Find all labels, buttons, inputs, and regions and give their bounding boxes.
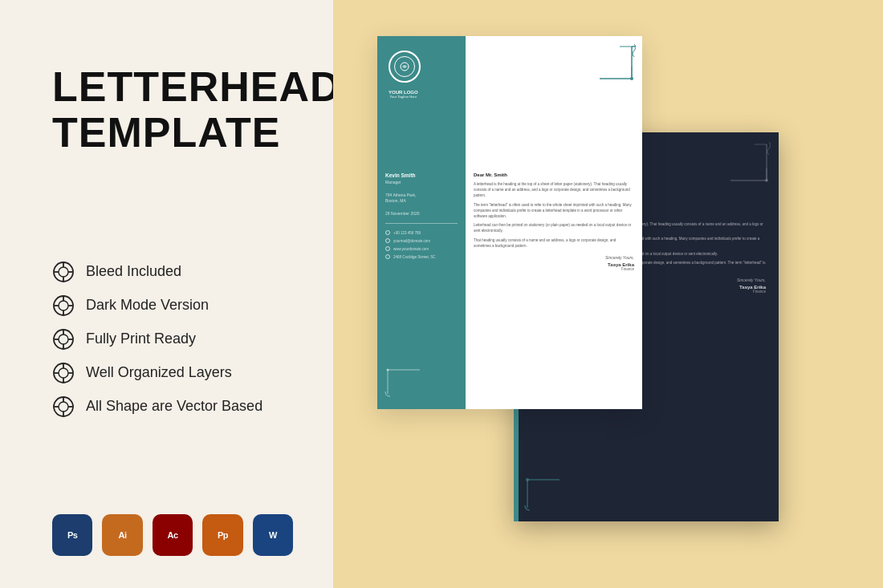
svg-point-34 xyxy=(526,478,529,481)
layers-icon xyxy=(52,362,75,384)
software-word: W xyxy=(253,514,293,556)
letterhead-main-body: Dear Mr. Smith A letterhead is the headi… xyxy=(466,164,642,409)
letter-body-4: That heading usually consists of a name … xyxy=(474,237,634,249)
feature-print-ready: Fully Print Ready xyxy=(52,328,293,351)
phone-icon xyxy=(385,230,390,235)
feature-dark-mode-text: Dark Mode Version xyxy=(86,297,209,314)
letterhead-sidebar: YOUR LOGO Your Tagline Here xyxy=(377,36,466,164)
feature-vector-text: All Shape are Vector Based xyxy=(86,398,262,415)
letterhead-light-card: YOUR LOGO Your Tagline Here xyxy=(377,36,642,409)
svg-point-19 xyxy=(59,368,68,378)
feature-bleed: Bleed Included xyxy=(52,261,293,283)
svg-point-25 xyxy=(59,402,68,412)
letter-body-2: The term "letterhead" is often used to r… xyxy=(474,202,634,220)
feature-dark-mode: Dark Mode Version xyxy=(52,294,293,317)
software-photoshop: Ps xyxy=(52,514,92,556)
feature-layers: Well Organized Layers xyxy=(52,362,293,384)
features-list: Bleed Included Dark Mode Version xyxy=(52,261,293,418)
feature-vector: All Shape are Vector Based xyxy=(52,395,293,418)
vector-icon xyxy=(52,395,75,418)
left-panel: LETTERHEAD TEMPLATE Bleed Included xyxy=(0,0,333,588)
feature-layers-text: Well Organized Layers xyxy=(86,364,232,381)
address2-icon xyxy=(385,254,390,259)
logo-inner xyxy=(394,56,415,77)
right-panel: YOUR LOGO Your Tagline Here xyxy=(333,0,883,588)
dark-mode-icon xyxy=(52,294,75,317)
letter-body-3: Letterhead can then be printed on statio… xyxy=(474,222,634,233)
svg-point-1 xyxy=(59,267,68,277)
letterhead-sidebar-info: Kevin Smith Manager 794 Athena Park, Bos… xyxy=(377,164,466,409)
letter-body-1: A letterhead is the heading at the top o… xyxy=(474,181,634,199)
sincerely: Sincerely Yours, xyxy=(474,255,634,260)
contact-email: yourmail@domain.com xyxy=(385,238,458,243)
bottom-corner-deco xyxy=(384,366,424,401)
sig-title: Finance xyxy=(474,267,634,271)
sender-date: 29 November 2020 xyxy=(385,211,458,217)
svg-point-13 xyxy=(59,335,68,344)
software-illustrator: Ai xyxy=(102,514,142,556)
feature-bleed-text: Bleed Included xyxy=(86,263,181,280)
software-acrobat: Ac xyxy=(153,514,193,556)
software-powerpoint: Pp xyxy=(202,514,242,556)
sender-name: Kevin Smith xyxy=(385,172,458,178)
letter-greeting: Dear Mr. Smith xyxy=(474,172,634,177)
contact-phone: +00 123 456 789 xyxy=(385,230,458,235)
print-ready-icon xyxy=(52,328,75,351)
main-title: LETTERHEAD TEMPLATE xyxy=(52,64,293,156)
logo-circle xyxy=(389,51,421,83)
sender-address: 794 Athena Park, Boston, MA xyxy=(385,193,458,205)
software-icons: Ps Ai Ac Pp W xyxy=(52,514,293,556)
svg-point-33 xyxy=(765,179,768,182)
title-line2: TEMPLATE xyxy=(52,109,280,156)
contact-address2: 2468 Coolidge Strreet, SC xyxy=(385,254,458,259)
contact-website: www.yourdomain.com xyxy=(385,246,458,251)
logo-text: YOUR LOGO Your Tagline Here xyxy=(389,88,418,99)
sender-role: Manager xyxy=(385,180,458,186)
title-block: LETTERHEAD TEMPLATE xyxy=(52,64,293,156)
feature-print-ready-text: Fully Print Ready xyxy=(86,330,196,347)
email-icon xyxy=(385,238,390,243)
bleed-icon xyxy=(52,261,75,283)
website-icon xyxy=(385,246,390,251)
svg-point-7 xyxy=(59,301,68,310)
letterhead-header-area xyxy=(466,36,642,164)
title-line1: LETTERHEAD xyxy=(52,63,341,110)
svg-point-32 xyxy=(387,369,389,371)
